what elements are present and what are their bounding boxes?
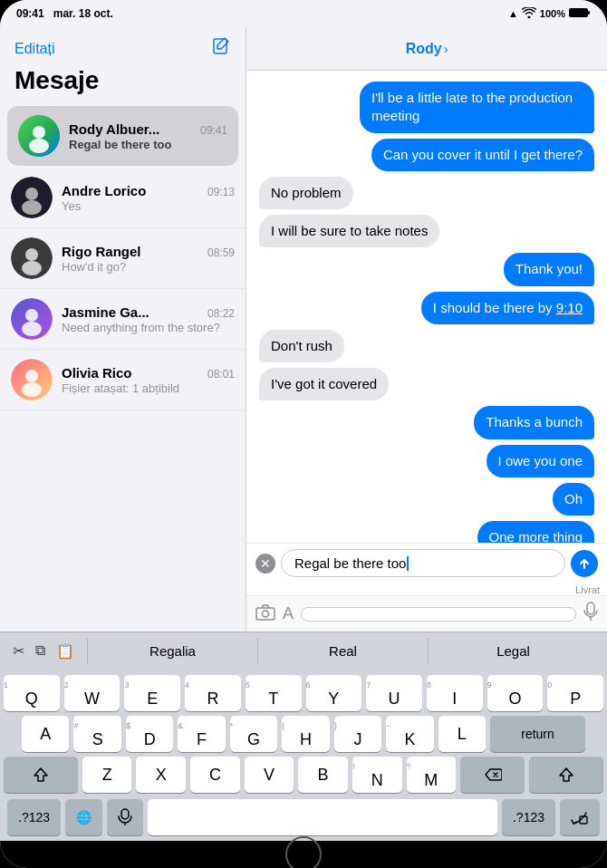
key-r[interactable]: 4R (185, 675, 241, 711)
bubble-5: I should be there by 9:10 (421, 292, 594, 324)
suggestion-0[interactable]: Regalia (88, 638, 258, 664)
message-input-field[interactable]: Regal be there too (281, 549, 565, 577)
key-n[interactable]: !N (352, 757, 402, 793)
camera-icon[interactable] (255, 603, 275, 626)
home-button[interactable] (285, 836, 322, 868)
mic-key[interactable] (107, 799, 143, 835)
key-u[interactable]: 7U (366, 675, 422, 711)
imessage-input[interactable] (301, 607, 576, 622)
active-message-row: ✕ Regal be there too (246, 543, 607, 583)
conv-item-andre[interactable]: Andre Lorico 09:13 Yes (0, 168, 246, 228)
conv-name-olivia: Olivia Rico (62, 365, 132, 381)
delete-key[interactable] (460, 757, 525, 793)
conv-name-andre: Andre Lorico (62, 183, 146, 198)
key-f[interactable]: &F (178, 716, 225, 752)
conv-item-rody[interactable]: Rody Albuer... 09:41 Regal be there too (7, 106, 238, 166)
bubble-7: I've got it covered (259, 368, 389, 400)
svg-rect-18 (256, 608, 275, 620)
avatar-rigo (11, 237, 53, 279)
svg-point-16 (25, 370, 38, 382)
contact-name[interactable]: Rody (406, 41, 442, 57)
key-l[interactable]: L (438, 716, 486, 752)
conv-content-rigo: Rigo Rangel 08:59 How'd it go? (62, 244, 235, 274)
sidebar-header: Editați (0, 27, 246, 66)
svg-point-10 (25, 248, 38, 261)
send-button[interactable] (571, 550, 598, 577)
bubble-10: Oh (553, 483, 594, 516)
key-o[interactable]: 9O (487, 675, 544, 711)
key-p[interactable]: 0P (547, 675, 603, 711)
space-key[interactable] (148, 799, 497, 835)
paste-icon[interactable]: 📋 (53, 639, 78, 663)
mic-icon[interactable] (583, 602, 598, 626)
key-d[interactable]: $D (126, 716, 173, 752)
key-e[interactable]: 3E (124, 675, 180, 711)
conv-name-jasmine: Jasmine Ga... (62, 304, 149, 320)
key-q[interactable]: 1Q (4, 675, 60, 711)
key-j[interactable]: )J (334, 716, 381, 752)
key-v[interactable]: V (245, 757, 294, 793)
avatar-olivia (11, 359, 53, 400)
bubble-8: Thanks a bunch (474, 406, 594, 439)
svg-point-19 (263, 611, 269, 617)
key-k[interactable]: -K (386, 716, 433, 752)
key-g[interactable]: *G (230, 716, 277, 752)
clear-button[interactable]: ✕ (255, 554, 275, 574)
home-indicator (0, 841, 607, 868)
time-link[interactable]: 9:10 (556, 300, 583, 315)
key-c[interactable]: C (190, 757, 240, 793)
copy-icon[interactable]: ⧉ (32, 639, 49, 663)
message-row-8: Thanks a bunch (259, 406, 594, 439)
key-s[interactable]: #S (73, 716, 120, 752)
conv-time-rigo: 08:59 (207, 246, 235, 259)
message-row-5: I should be there by 9:10 (259, 292, 594, 324)
numbers-key-right[interactable]: .?123 (502, 799, 555, 835)
edit-button[interactable]: Editați (14, 41, 54, 57)
key-z[interactable]: Z (82, 757, 132, 793)
conversation-list: Rody Albuer... 09:41 Regal be there too (0, 104, 246, 632)
conv-time-rody: 09:41 (200, 124, 227, 137)
compose-button[interactable] (211, 36, 231, 61)
conv-item-jasmine[interactable]: Jasmine Ga... 08:22 Need anything from t… (0, 289, 246, 350)
numbers-key-left[interactable]: .?123 (7, 799, 61, 835)
message-row-6: Don't rush (259, 330, 594, 362)
conv-content-rody: Rody Albuer... 09:41 Regal be there too (69, 121, 227, 151)
svg-rect-22 (121, 809, 129, 819)
key-x[interactable]: X (136, 757, 186, 793)
autocorrect-bar: ✂ ⧉ 📋 Regalia Real Legal (0, 632, 607, 670)
conv-name-rigo: Rigo Rangel (62, 244, 141, 259)
suggestion-2[interactable]: Legal (429, 638, 598, 664)
shift-key-right[interactable] (529, 757, 603, 793)
bubble-9: I owe you one (487, 445, 594, 477)
suggestion-1[interactable]: Real (258, 638, 429, 664)
chat-panel: Rody › I'll be a little late to the prod… (246, 27, 607, 632)
conv-top-jasmine: Jasmine Ga... 08:22 (62, 304, 235, 320)
key-h[interactable]: (H (282, 716, 329, 752)
cut-icon[interactable]: ✂ (9, 639, 28, 663)
conv-item-rigo[interactable]: Rigo Rangel 08:59 How'd it go? (0, 228, 246, 289)
key-m[interactable]: ?M (407, 757, 457, 793)
svg-point-13 (25, 309, 38, 322)
key-b[interactable]: B (298, 757, 348, 793)
shift-key[interactable] (4, 757, 78, 793)
key-w[interactable]: 2W (64, 675, 120, 711)
conv-content-olivia: Olivia Rico 08:01 Fișier atașat: 1 abțib… (62, 365, 235, 395)
bubble-1: Can you cover it until I get there? (371, 139, 594, 171)
keyboard-row-2: A #S $D &F *G (H )J -K L return (4, 716, 603, 752)
conv-preview-olivia: Fișier atașat: 1 abțibild (62, 381, 235, 395)
conv-name-rody: Rody Albuer... (69, 121, 159, 137)
return-key[interactable]: return (490, 716, 585, 752)
key-y[interactable]: 6Y (306, 675, 362, 711)
input-bar: A (246, 595, 607, 632)
key-t[interactable]: 5T (246, 675, 302, 711)
key-i[interactable]: 8I (427, 675, 483, 711)
input-text: Regal be there too (294, 555, 406, 571)
key-a[interactable]: A (22, 716, 69, 752)
curved-key[interactable] (560, 799, 600, 835)
battery-label: 100% (540, 8, 565, 19)
conv-top-rigo: Rigo Rangel 08:59 (62, 244, 235, 259)
globe-key[interactable]: 🌐 (65, 799, 102, 835)
conv-item-olivia[interactable]: Olivia Rico 08:01 Fișier atașat: 1 abțib… (0, 350, 246, 410)
effects-icon[interactable]: A (283, 604, 294, 623)
message-row-3: I will be sure to take notes (259, 215, 594, 247)
